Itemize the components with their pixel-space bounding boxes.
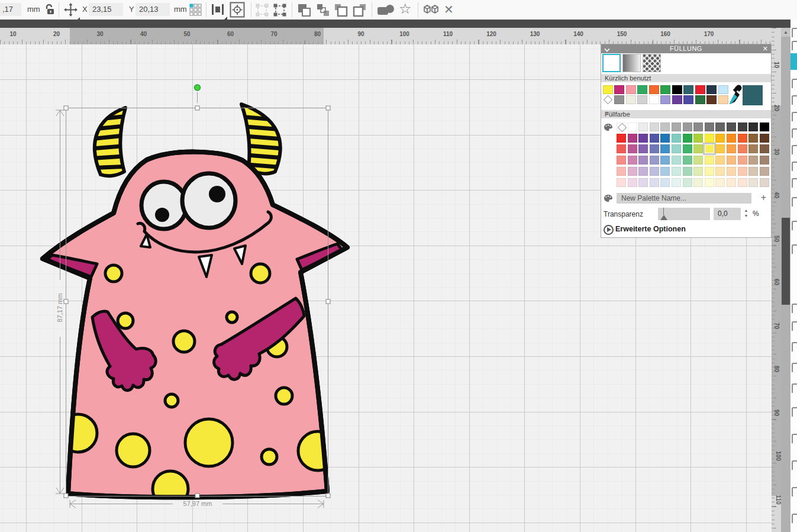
- palette-swatch[interactable]: [650, 178, 659, 187]
- monster-graphic[interactable]: [24, 83, 367, 515]
- eyedropper-icon[interactable]: [729, 85, 742, 105]
- palette-swatch[interactable]: [705, 134, 714, 143]
- color-swatch[interactable]: [637, 95, 647, 104]
- color-swatch[interactable]: [614, 85, 624, 94]
- vertical-scrollbar[interactable]: ▲: [781, 28, 790, 532]
- palette-swatch[interactable]: [683, 144, 692, 153]
- palette-swatch[interactable]: [693, 167, 703, 176]
- palette-swatch[interactable]: [727, 156, 736, 165]
- palette-swatch[interactable]: [748, 134, 758, 143]
- palette-swatch[interactable]: [738, 167, 747, 176]
- transform-icon[interactable]: [273, 4, 286, 19]
- color-swatch[interactable]: [660, 95, 670, 104]
- palette-swatch[interactable]: [715, 144, 725, 153]
- palette-swatch[interactable]: [748, 156, 758, 165]
- palette-swatch[interactable]: [693, 156, 703, 165]
- palette-swatch[interactable]: [617, 156, 626, 165]
- group-icon[interactable]: [297, 3, 311, 20]
- panel-close-icon[interactable]: ✕: [763, 44, 768, 53]
- cropped-tool-icon[interactable]: [792, 145, 797, 154]
- cropped-tool-icon[interactable]: [792, 363, 797, 372]
- palette-swatch[interactable]: [660, 167, 670, 176]
- palette-swatch[interactable]: [727, 144, 736, 153]
- color-swatch[interactable]: [718, 85, 728, 94]
- cropped-tool-icon[interactable]: [792, 41, 797, 50]
- palette-swatch[interactable]: [683, 178, 692, 187]
- weld-icon[interactable]: [377, 4, 396, 18]
- palette-swatch[interactable]: [617, 178, 626, 187]
- new-palette-name-input[interactable]: New Palette Name...: [617, 193, 751, 204]
- palette-swatch[interactable]: [617, 134, 626, 143]
- palette-swatch[interactable]: [705, 167, 714, 176]
- color-swatch[interactable]: [672, 85, 682, 94]
- color-swatch[interactable]: [683, 85, 693, 94]
- palette-swatch[interactable]: [660, 134, 670, 143]
- palette-swatch[interactable]: [727, 167, 736, 176]
- palette-swatch[interactable]: [683, 167, 692, 176]
- palette-swatch[interactable]: [738, 122, 747, 131]
- align-icon[interactable]: [211, 3, 225, 18]
- palette-swatch[interactable]: [748, 178, 758, 187]
- palette-swatch[interactable]: [672, 167, 681, 176]
- color-swatch[interactable]: [626, 85, 636, 94]
- palette-swatch[interactable]: [727, 134, 736, 143]
- cropped-tool-icon[interactable]: [792, 197, 797, 207]
- color-swatch[interactable]: [706, 95, 717, 104]
- palette-swatch[interactable]: [660, 122, 670, 131]
- palette-swatch[interactable]: [748, 144, 758, 153]
- color-swatch[interactable]: [672, 95, 682, 104]
- pattern-fill-tile[interactable]: [643, 54, 661, 72]
- palette-swatch[interactable]: [628, 167, 637, 176]
- cropped-tool-icon[interactable]: [792, 460, 797, 470]
- cropped-tool-icon[interactable]: [792, 514, 797, 523]
- palette-swatch[interactable]: [693, 178, 703, 187]
- palette-swatch[interactable]: [693, 144, 703, 153]
- y-coordinate-input[interactable]: 20,13: [135, 3, 170, 16]
- palette-swatch[interactable]: [727, 122, 736, 131]
- palette-swatch[interactable]: [748, 167, 758, 176]
- color-swatch[interactable]: [660, 85, 670, 94]
- transparency-slider[interactable]: [658, 208, 710, 220]
- palette-swatch[interactable]: [628, 144, 637, 153]
- cropped-tool-icon[interactable]: [792, 342, 797, 352]
- cropped-tool-icon[interactable]: [792, 221, 797, 230]
- spinner-down-icon[interactable]: ▼: [743, 213, 749, 218]
- spinner-up-icon[interactable]: ▲: [743, 208, 749, 213]
- palette-swatch[interactable]: [638, 178, 648, 187]
- palette-swatch[interactable]: [760, 167, 769, 176]
- color-swatch[interactable]: [626, 95, 636, 104]
- move-tool-icon[interactable]: [64, 3, 78, 19]
- color-swatch[interactable]: [706, 85, 717, 94]
- send-backward-icon[interactable]: [353, 3, 367, 20]
- bring-forward-icon[interactable]: [334, 3, 348, 20]
- color-swatch[interactable]: [649, 95, 659, 104]
- palette-swatch[interactable]: [738, 134, 747, 143]
- scroll-up-icon[interactable]: ▲: [781, 28, 790, 37]
- star-shape-icon[interactable]: ☆: [399, 1, 412, 17]
- palette-swatch[interactable]: [738, 144, 747, 153]
- x-coordinate-input[interactable]: 23,15: [89, 3, 123, 16]
- palette-swatch[interactable]: [638, 156, 648, 165]
- palette-swatch[interactable]: [638, 134, 648, 143]
- palette-swatch[interactable]: [693, 122, 703, 131]
- fill-color-header[interactable]: Füllfarbe ▼: [601, 110, 771, 118]
- palette-swatch[interactable]: [617, 144, 626, 153]
- advanced-options-row[interactable]: Erweiterte Optionen: [601, 224, 771, 237]
- palette-swatch[interactable]: [660, 178, 670, 187]
- color-swatch[interactable]: [637, 85, 647, 94]
- cropped-tool-icon[interactable]: [792, 112, 797, 121]
- color-swatch[interactable]: [718, 95, 728, 104]
- palette-swatch[interactable]: [683, 134, 692, 143]
- dropdown-arrow-icon[interactable]: ▼: [605, 111, 766, 117]
- palette-swatch[interactable]: [705, 156, 714, 165]
- cropped-tool-icon[interactable]: [792, 28, 797, 37]
- transparency-spinner[interactable]: ▲ ▼: [743, 208, 749, 220]
- ungroup-icon[interactable]: [316, 3, 330, 20]
- palette-swatch[interactable]: [672, 178, 681, 187]
- palette-swatch[interactable]: [715, 134, 725, 143]
- size-input-partial[interactable]: ,17: [0, 3, 21, 16]
- palette-swatch[interactable]: [650, 167, 659, 176]
- palette-swatch[interactable]: [650, 156, 659, 165]
- cropped-tool-icon[interactable]: [792, 407, 797, 417]
- color-swatch[interactable]: [614, 95, 624, 104]
